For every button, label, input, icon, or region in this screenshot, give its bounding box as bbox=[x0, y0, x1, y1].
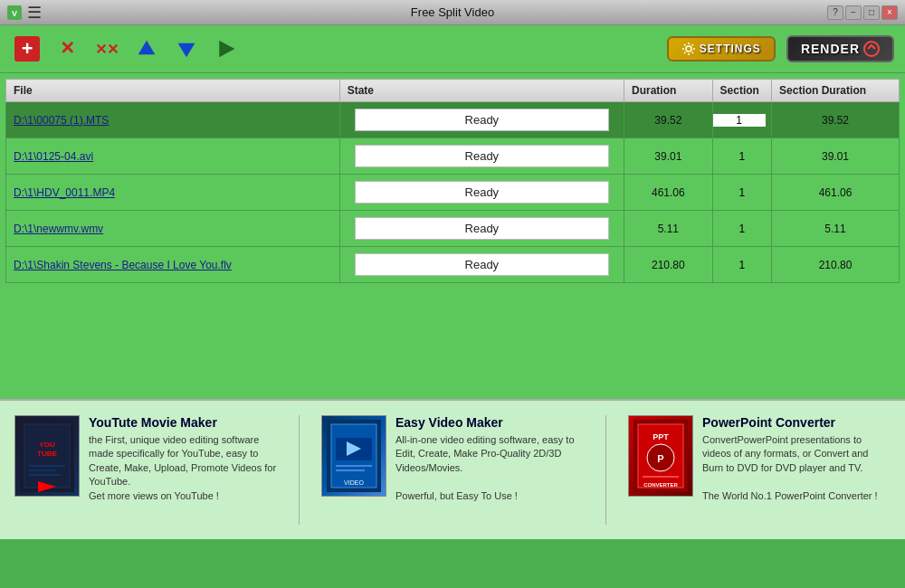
svg-text:YOU: YOU bbox=[39, 441, 55, 449]
app-icon: V bbox=[7, 5, 22, 20]
toolbar: + ✕ ✕ ✕ bbox=[0, 25, 905, 73]
state-cell-2: Ready bbox=[355, 181, 609, 204]
section-duration-cell-4: 210.80 bbox=[772, 259, 899, 271]
svg-rect-25 bbox=[336, 469, 365, 471]
promo-divider-2 bbox=[605, 415, 606, 525]
close-button[interactable]: × bbox=[881, 5, 898, 20]
section-input-0[interactable] bbox=[713, 114, 766, 127]
svg-text:✕: ✕ bbox=[95, 42, 107, 57]
add-button[interactable]: + bbox=[11, 33, 43, 65]
section-duration-cell-0: 39.52 bbox=[772, 114, 899, 127]
svg-marker-7 bbox=[138, 41, 156, 55]
title-bar: V ☰ Free Split Video ? − □ × bbox=[0, 0, 905, 25]
table-row[interactable]: D:\1\00075 (1).MTSReady39.5239.52 bbox=[6, 102, 900, 138]
section-duration-cell-2: 461.06 bbox=[772, 186, 899, 199]
section-cell-1[interactable]: 1 bbox=[712, 138, 771, 175]
svg-text:✕: ✕ bbox=[107, 42, 119, 57]
svg-text:V: V bbox=[12, 9, 17, 18]
svg-rect-24 bbox=[336, 465, 372, 467]
section-cell-2[interactable]: 1 bbox=[712, 175, 771, 211]
title-bar-left: V ☰ bbox=[7, 5, 42, 21]
minimize-button[interactable]: − bbox=[845, 5, 862, 20]
table-row[interactable]: D:\1\Shakin Stevens - Because I Love You… bbox=[6, 247, 900, 283]
delete-all-button[interactable]: ✕ ✕ bbox=[90, 33, 123, 65]
menu-icon[interactable]: ☰ bbox=[27, 5, 42, 21]
move-down-button[interactable] bbox=[170, 33, 203, 65]
promo-text-evm: Easy Video Maker All-in-one video editin… bbox=[395, 415, 584, 503]
restore-button[interactable]: □ bbox=[863, 5, 880, 20]
promo-item-ytmm: YOU TUBE YouTute Movie Maker the First, … bbox=[14, 415, 277, 525]
promo-desc-ppc: ConvertPowerPoint presentations to video… bbox=[702, 433, 891, 503]
table-header-row: File State Duration Section Section Dura… bbox=[6, 80, 900, 102]
promo-title-ytmm: YouTute Movie Maker bbox=[89, 415, 277, 430]
svg-text:VIDEO: VIDEO bbox=[344, 479, 364, 486]
section-duration-cell-1: 39.01 bbox=[772, 150, 899, 163]
svg-text:CONVERTER: CONVERTER bbox=[643, 482, 678, 488]
svg-text:PPT: PPT bbox=[653, 432, 669, 441]
section-cell-0[interactable] bbox=[712, 102, 771, 138]
col-header-file: File bbox=[6, 80, 340, 102]
window-controls: ? − □ × bbox=[827, 5, 898, 20]
table-row[interactable]: D:\1\newwmv.wmvReady5.1115.11 bbox=[6, 211, 900, 247]
promo-desc-ytmm: the First, unique video editing software… bbox=[89, 433, 277, 503]
file-table: File State Duration Section Section Dura… bbox=[5, 79, 900, 283]
file-cell-3[interactable]: D:\1\newwmv.wmv bbox=[6, 223, 339, 235]
promo-title-ppc: PowerPoint Converter bbox=[702, 415, 891, 430]
promo-text-ytmm: YouTute Movie Maker the First, unique vi… bbox=[89, 415, 277, 503]
promo-thumb-evm: VIDEO bbox=[321, 415, 386, 497]
main-area: File State Duration Section Section Dura… bbox=[0, 73, 905, 399]
svg-rect-16 bbox=[29, 465, 65, 467]
render-label: RENDER bbox=[801, 42, 860, 56]
toolbar-right: SETTINGS RENDER bbox=[667, 35, 894, 62]
col-header-section-duration: Section Duration bbox=[772, 80, 900, 102]
promo-desc-evm: All-in-one video editing software, easy … bbox=[395, 433, 584, 503]
svg-marker-8 bbox=[178, 43, 195, 58]
render-button[interactable]: RENDER bbox=[786, 35, 894, 62]
promo-divider-1 bbox=[299, 415, 300, 525]
promo-text-ppc: PowerPoint Converter ConvertPowerPoint p… bbox=[702, 415, 891, 503]
section-duration-cell-3: 5.11 bbox=[772, 223, 899, 235]
duration-cell-2: 461.06 bbox=[624, 186, 712, 199]
settings-button[interactable]: SETTINGS bbox=[667, 36, 776, 62]
duration-cell-4: 210.80 bbox=[624, 259, 712, 271]
state-cell-3: Ready bbox=[355, 217, 609, 240]
svg-marker-9 bbox=[219, 41, 234, 58]
state-cell-4: Ready bbox=[355, 253, 609, 276]
promo-thumb-ppc: PPT P CONVERTER bbox=[628, 415, 693, 497]
toolbar-left: + ✕ ✕ ✕ bbox=[11, 33, 243, 65]
promo-area: YOU TUBE YouTute Movie Maker the First, … bbox=[0, 399, 905, 539]
section-cell-3[interactable]: 1 bbox=[712, 211, 771, 247]
promo-item-ppc: PPT P CONVERTER PowerPoint Converter Con… bbox=[628, 415, 891, 525]
window-title: Free Split Video bbox=[0, 5, 905, 19]
state-cell-1: Ready bbox=[355, 145, 609, 167]
settings-label: SETTINGS bbox=[700, 43, 761, 55]
col-header-state: State bbox=[339, 80, 624, 102]
svg-text:P: P bbox=[657, 453, 663, 464]
col-header-section: Section bbox=[712, 80, 771, 102]
promo-item-evm: VIDEO Easy Video Maker All-in-one video … bbox=[321, 415, 584, 525]
svg-point-10 bbox=[686, 46, 691, 52]
svg-text:✕: ✕ bbox=[60, 38, 75, 58]
col-header-duration: Duration bbox=[624, 80, 713, 102]
file-cell-2[interactable]: D:\1\HDV_0011.MP4 bbox=[6, 186, 339, 199]
play-button[interactable] bbox=[210, 33, 243, 65]
svg-rect-18 bbox=[29, 474, 61, 476]
duration-cell-0: 39.52 bbox=[624, 114, 712, 127]
delete-button[interactable]: ✕ bbox=[51, 33, 83, 65]
table-row[interactable]: D:\1\0125-04.aviReady39.01139.01 bbox=[6, 138, 900, 175]
svg-text:+: + bbox=[22, 37, 33, 60]
section-cell-4[interactable]: 1 bbox=[712, 247, 771, 283]
file-cell-0[interactable]: D:\1\00075 (1).MTS bbox=[6, 114, 339, 127]
svg-rect-32 bbox=[643, 476, 679, 478]
promo-thumb-ytmm: YOU TUBE bbox=[14, 415, 80, 497]
move-up-button[interactable] bbox=[130, 33, 163, 65]
state-cell-0: Ready bbox=[355, 109, 609, 131]
promo-title-evm: Easy Video Maker bbox=[395, 415, 584, 430]
table-row[interactable]: D:\1\HDV_0011.MP4Ready461.061461.06 bbox=[6, 175, 900, 211]
svg-rect-17 bbox=[29, 469, 56, 471]
help-button[interactable]: ? bbox=[827, 5, 843, 20]
svg-text:TUBE: TUBE bbox=[37, 450, 57, 458]
duration-cell-1: 39.01 bbox=[624, 150, 712, 163]
file-cell-1[interactable]: D:\1\0125-04.avi bbox=[6, 150, 339, 163]
file-cell-4[interactable]: D:\1\Shakin Stevens - Because I Love You… bbox=[6, 259, 339, 271]
